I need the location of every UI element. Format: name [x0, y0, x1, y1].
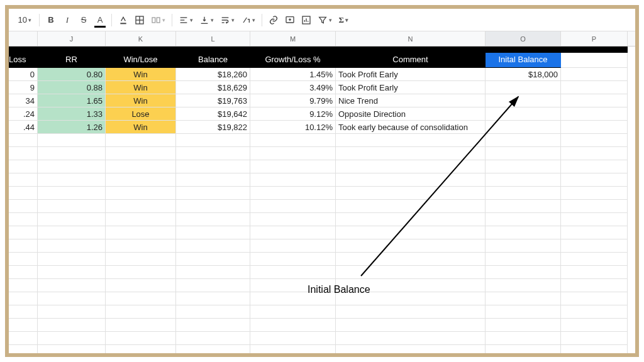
borders-button[interactable]: [132, 13, 147, 28]
grid[interactable]: Loss RR Win/Lose Balance Growth/Loss % C…: [9, 47, 635, 353]
svg-rect-3: [152, 18, 155, 23]
text-rotation-button[interactable]: [238, 13, 258, 28]
valign-icon: [199, 15, 209, 25]
initial-balance-value[interactable]: $18,000: [486, 68, 561, 81]
bold-button[interactable]: B: [43, 13, 58, 28]
strikethrough-button[interactable]: S: [76, 13, 91, 28]
table-header-row: Loss RR Win/Lose Balance Growth/Loss % C…: [9, 53, 635, 68]
borders-icon: [135, 15, 145, 25]
col-header[interactable]: M: [250, 31, 336, 46]
insert-link-button[interactable]: [266, 13, 281, 28]
toolbar: 10 B I S A: [9, 9, 635, 31]
col-header[interactable]: L: [176, 31, 250, 46]
vertical-align-button[interactable]: [197, 13, 216, 28]
align-icon: [179, 15, 189, 25]
rotate-icon: [241, 15, 251, 25]
text-wrap-button[interactable]: [218, 13, 237, 28]
col-header[interactable]: [9, 31, 38, 46]
merge-cells-button[interactable]: [148, 13, 168, 28]
wrap-icon: [220, 15, 230, 25]
table-row[interactable]: 0 0.80 Win $18,260 1.45% Took Profit Ear…: [9, 68, 635, 81]
col-header[interactable]: P: [561, 31, 628, 46]
insert-comment-button[interactable]: [282, 13, 297, 28]
col-header[interactable]: N: [336, 31, 486, 46]
table-row[interactable]: .44 1.26 Win $19,822 10.12% Took early b…: [9, 121, 635, 134]
separator: [172, 14, 172, 26]
insert-chart-button[interactable]: [299, 13, 314, 28]
filter-button[interactable]: [315, 13, 335, 28]
horizontal-align-button[interactable]: [176, 13, 196, 28]
fill-color-icon: [118, 15, 128, 25]
header-loss: Loss: [9, 53, 38, 68]
font-size-select[interactable]: 10: [11, 13, 35, 28]
merge-icon: [151, 15, 161, 25]
sheet-area[interactable]: J K L M N O P Loss RR: [9, 31, 635, 353]
col-header[interactable]: K: [106, 31, 176, 46]
chart-icon: [301, 15, 311, 25]
font-color-button[interactable]: A: [92, 13, 108, 28]
column-headers: J K L M N O P: [9, 31, 635, 47]
header-balance: Balance: [176, 53, 250, 68]
italic-button[interactable]: I: [60, 13, 75, 28]
header-rr: RR: [38, 53, 106, 68]
col-header[interactable]: J: [38, 31, 106, 46]
header-growth: Growth/Loss %: [250, 53, 336, 68]
functions-button[interactable]: Σ: [336, 13, 351, 28]
table-row[interactable]: 9 0.88 Win $18,629 3.49% Took Profit Ear…: [9, 81, 635, 94]
separator: [262, 14, 262, 26]
header-winlose: Win/Lose: [106, 53, 176, 68]
header-comment: Comment: [336, 53, 486, 68]
table-row[interactable]: .24 1.33 Lose $19,642 9.12% Opposite Dir…: [9, 107, 635, 121]
header-initial-balance: Inital Balance: [486, 53, 561, 68]
separator: [111, 14, 112, 26]
filter-icon: [318, 15, 328, 25]
table-row[interactable]: 34 1.65 Win $19,763 9.79% Nice Trend: [9, 94, 635, 107]
col-header[interactable]: O: [486, 31, 561, 46]
link-icon: [269, 15, 279, 25]
separator: [39, 14, 40, 26]
fill-color-button[interactable]: [116, 13, 131, 28]
svg-rect-4: [157, 18, 160, 23]
comment-icon: [285, 15, 295, 25]
